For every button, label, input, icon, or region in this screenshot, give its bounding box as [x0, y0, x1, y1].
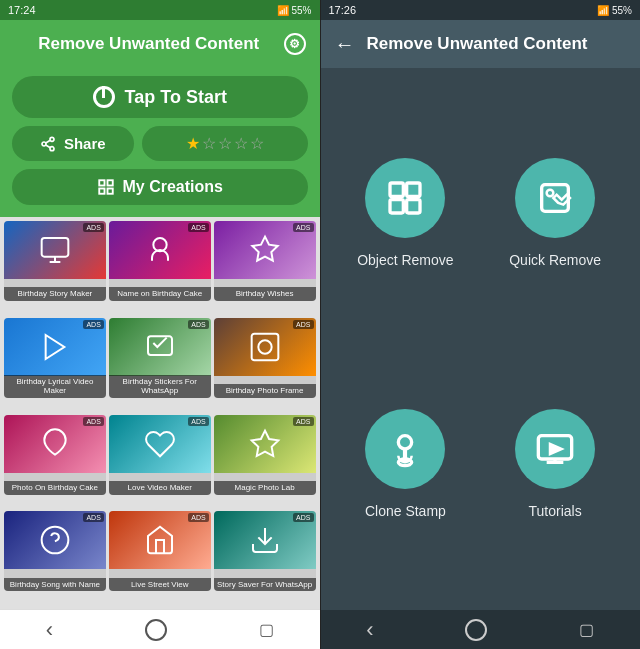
list-item[interactable]: ADS Birthday Story Maker — [4, 221, 106, 301]
svg-rect-9 — [42, 238, 69, 257]
my-creations-button[interactable]: My Creations — [12, 169, 308, 205]
home-nav-button[interactable] — [145, 619, 167, 641]
action-area: Tap To Start Share ★ ☆ ☆ ☆ ☆ — [0, 68, 320, 217]
ads-badge: ADS — [83, 320, 103, 329]
ads-badge: ADS — [188, 320, 208, 329]
list-item[interactable]: ADS Name on Birthday Cake — [109, 221, 211, 301]
app-icon — [144, 524, 176, 556]
svg-rect-6 — [107, 180, 112, 185]
settings-icon[interactable]: ⚙ — [284, 33, 306, 55]
star-4: ☆ — [234, 134, 248, 153]
left-status-bar: 17:24 📶 55% — [0, 0, 320, 20]
tap-to-start-button[interactable]: Tap To Start — [12, 76, 308, 118]
list-item[interactable]: ADS Birthday Photo Frame — [214, 318, 316, 398]
creations-icon — [97, 178, 115, 196]
recent-nav-button[interactable]: ▢ — [259, 620, 274, 639]
tutorials-item[interactable]: Tutorials — [505, 399, 605, 529]
star-3: ☆ — [218, 134, 232, 153]
list-item[interactable]: ADS Story Saver For WhatsApp — [214, 511, 316, 591]
svg-rect-13 — [251, 333, 278, 360]
right-back-nav-button[interactable]: ‹ — [366, 617, 373, 643]
back-button[interactable]: ← — [335, 33, 355, 56]
tutorials-icon-circle — [515, 409, 595, 489]
grid-item-label: Love Video Maker — [109, 481, 211, 495]
ads-badge: ADS — [293, 513, 313, 522]
app-icon — [144, 428, 176, 460]
star-2: ☆ — [202, 134, 216, 153]
ads-badge: ADS — [83, 417, 103, 426]
svg-point-1 — [42, 142, 46, 146]
grid-item-label: Birthday Wishes — [214, 287, 316, 301]
grid-item-label: Photo On Birthday Cake — [4, 481, 106, 495]
svg-marker-11 — [46, 335, 65, 359]
apps-grid: ADS Birthday Story Maker ADS Name on Bir… — [0, 217, 320, 609]
rating-stars[interactable]: ★ ☆ ☆ ☆ ☆ — [142, 126, 308, 161]
list-item[interactable]: ADS Live Street View — [109, 511, 211, 591]
ads-badge: ADS — [293, 417, 313, 426]
ads-badge: ADS — [293, 320, 313, 329]
left-header: Remove Unwanted Content ⚙ — [0, 20, 320, 68]
ads-badge: ADS — [83, 513, 103, 522]
tutorials-label: Tutorials — [529, 503, 582, 519]
app-icon — [39, 524, 71, 556]
object-remove-icon — [385, 178, 425, 218]
quick-remove-item[interactable]: Quick Remove — [499, 148, 611, 278]
grid-item-label: Magic Photo Lab — [214, 481, 316, 495]
app-icon — [39, 331, 71, 363]
star-5: ☆ — [250, 134, 264, 153]
list-item[interactable]: ADS Magic Photo Lab — [214, 415, 316, 495]
quick-remove-label: Quick Remove — [509, 252, 601, 268]
object-remove-icon-circle — [365, 158, 445, 238]
left-battery: 📶 55% — [277, 5, 312, 16]
list-item[interactable]: ADS Birthday Song with Name — [4, 511, 106, 591]
object-remove-label: Object Remove — [357, 252, 453, 268]
svg-rect-22 — [407, 200, 420, 213]
svg-rect-8 — [99, 189, 104, 194]
app-icon — [249, 331, 281, 363]
share-button[interactable]: Share — [12, 126, 134, 161]
share-icon — [40, 136, 56, 152]
grid-item-label: Story Saver For WhatsApp — [214, 578, 316, 592]
grid-item-label: Birthday Photo Frame — [214, 384, 316, 398]
svg-rect-5 — [99, 180, 104, 185]
app-icon — [39, 234, 71, 266]
ads-badge: ADS — [83, 223, 103, 232]
list-item[interactable]: ADS Birthday Stickers For WhatsApp — [109, 318, 211, 398]
object-remove-item[interactable]: Object Remove — [347, 148, 463, 278]
back-nav-button[interactable]: ‹ — [46, 617, 53, 643]
app-icon — [144, 234, 176, 266]
clone-stamp-icon-circle — [365, 409, 445, 489]
ads-badge: ADS — [293, 223, 313, 232]
right-panel: 17:26 📶 55% ← Remove Unwanted Content Ob… — [321, 0, 641, 649]
list-item[interactable]: ADS Photo On Birthday Cake — [4, 415, 106, 495]
bottom-row: Share ★ ☆ ☆ ☆ ☆ — [12, 126, 308, 161]
list-item[interactable]: ADS Birthday Lyrical Video Maker — [4, 318, 106, 398]
list-item[interactable]: ADS Birthday Wishes — [214, 221, 316, 301]
quick-remove-icon — [535, 178, 575, 218]
app-icon — [249, 524, 281, 556]
right-header-title: Remove Unwanted Content — [367, 34, 588, 54]
clone-stamp-label: Clone Stamp — [365, 503, 446, 519]
svg-marker-15 — [251, 430, 278, 455]
svg-point-16 — [42, 527, 69, 554]
right-home-nav-button[interactable] — [465, 619, 487, 641]
ads-badge: ADS — [188, 223, 208, 232]
clone-stamp-item[interactable]: Clone Stamp — [355, 399, 456, 529]
tap-to-start-label: Tap To Start — [125, 87, 227, 108]
grid-item-label: Live Street View — [109, 578, 211, 592]
left-nav-bar: ‹ ▢ — [0, 609, 320, 649]
tutorials-icon — [535, 429, 575, 469]
svg-point-24 — [547, 190, 554, 197]
right-nav-bar: ‹ ▢ — [321, 609, 641, 649]
grid-item-label: Name on Birthday Cake — [109, 287, 211, 301]
svg-point-14 — [258, 340, 271, 353]
svg-point-0 — [50, 137, 54, 141]
app-icon — [249, 428, 281, 460]
ads-badge: ADS — [188, 513, 208, 522]
right-recent-nav-button[interactable]: ▢ — [579, 620, 594, 639]
power-icon — [93, 86, 115, 108]
my-creations-label: My Creations — [123, 178, 223, 196]
app-icon — [39, 428, 71, 460]
list-item[interactable]: ADS Love Video Maker — [109, 415, 211, 495]
left-panel: 17:24 📶 55% Remove Unwanted Content ⚙ Ta… — [0, 0, 320, 649]
